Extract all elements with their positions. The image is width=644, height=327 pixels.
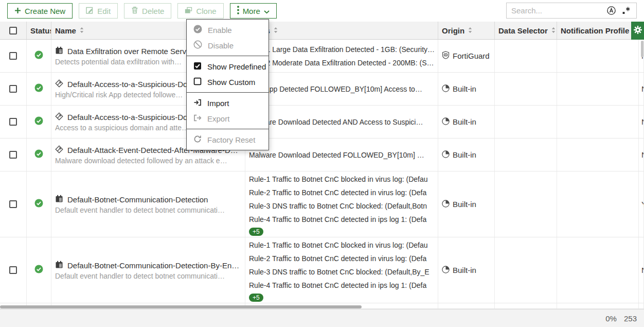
more-button[interactable]: More [230, 3, 277, 19]
rule-text: Rule-4 Traffic to Botnet CnC detected in… [249, 213, 438, 226]
data-selector-cell [495, 73, 557, 105]
built-in-pie-icon [442, 84, 450, 94]
data-selector-cell [495, 171, 557, 237]
row-checkbox[interactable] [9, 52, 17, 60]
notification-profile-cell [557, 40, 639, 72]
more-label: More [243, 7, 260, 15]
rule-text: Rule-1 Large Data Exfiltration Detected … [249, 43, 438, 56]
column-header-status[interactable]: Status [27, 22, 51, 39]
more-dropdown-menu: Enable Disable Show Predefined Show Cust… [186, 19, 269, 150]
kebab-dots-icon [237, 6, 239, 16]
table-body: Data Exfiltration over Remote Service… D… [0, 40, 644, 309]
row-checkbox[interactable] [9, 85, 17, 93]
clone-icon [185, 7, 192, 15]
notification-profile-cell [557, 106, 639, 138]
rule-text: Rule-3 DNS traffic to Botnet CnC blocked… [249, 265, 438, 279]
menu-item-import[interactable]: Import [187, 95, 269, 111]
table-row[interactable]: Default-Botnet-Communication-Detection D… [0, 171, 644, 237]
toolbar-button-group: Create New Edit Delete Clone More [7, 3, 277, 19]
handler-name: Data Exfiltration over Remote Service… [67, 47, 204, 56]
edit-label: Edit [97, 7, 111, 15]
regex-icon[interactable] [622, 6, 631, 15]
menu-item-show-predefined[interactable]: Show Predefined [187, 59, 269, 74]
table-row[interactable]: Default-Access-to-a-Suspicious-Domain… H… [0, 73, 644, 106]
more-rules-badge: +5 [249, 294, 263, 302]
extra-cell-value: No [641, 84, 644, 93]
menu-item-factory-reset: Factory Reset [187, 132, 269, 147]
handler-description: Default event handler to detect botnet c… [55, 272, 245, 280]
delete-button: Delete [124, 3, 171, 19]
event-handler-icon [55, 261, 63, 270]
menu-item-enable: Enable [187, 22, 269, 38]
rule-text: Rule-2 Traffic to Botnet CnC detected in… [249, 186, 438, 199]
extra-cell-value: No [641, 266, 644, 274]
column-settings-button[interactable] [631, 22, 644, 40]
gear-icon [634, 26, 642, 36]
match-case-icon[interactable] [606, 6, 616, 15]
correlation-handler-icon [55, 112, 63, 122]
plus-icon [14, 7, 21, 15]
row-checkbox[interactable] [9, 200, 17, 208]
row-checkbox[interactable] [9, 151, 17, 159]
notification-profile-cell [557, 237, 639, 303]
built-in-pie-icon [442, 266, 450, 275]
table-header: Status Name Rules Origin Data Selector N… [0, 22, 644, 40]
table-row[interactable]: Default-Attack-Event-Detected-After-Malw… [0, 139, 644, 171]
sort-icon [273, 26, 279, 35]
event-handlers-screen: Create New Edit Delete Clone More [0, 0, 644, 327]
table-row[interactable]: Data Exfiltration over Remote Service… D… [0, 40, 644, 73]
rule-text: Rule-2 Moderate Data Exfiltration Detect… [249, 56, 438, 70]
search-box [506, 3, 637, 19]
status-enabled-icon [34, 83, 43, 94]
more-rules-badge: +5 [249, 228, 263, 236]
vertical-scrollbar-thumb[interactable] [641, 41, 643, 57]
notification-profile-cell [557, 139, 639, 171]
column-header-rules[interactable]: Rules [245, 22, 438, 39]
menu-section-reset: Factory Reset [187, 129, 269, 150]
origin-label: Built-in [453, 117, 476, 126]
create-new-button[interactable]: Create New [7, 3, 73, 19]
trash-icon [131, 6, 138, 15]
edit-button: Edit [79, 3, 118, 19]
select-all-checkbox[interactable] [9, 27, 17, 35]
origin-label: FortiGuard [453, 51, 490, 60]
menu-section-transfer: Import Export [187, 92, 269, 129]
column-header-data-selector[interactable]: Data Selector [495, 22, 557, 39]
rule-text: Rule-2 Traffic to Botnet CnC detected in… [249, 252, 438, 265]
chevron-down-icon [264, 7, 270, 15]
data-selector-cell [495, 139, 557, 171]
clone-button: Clone [177, 3, 223, 19]
sort-icon [550, 26, 557, 35]
data-selector-cell [495, 237, 557, 303]
notification-profile-cell [557, 73, 639, 105]
origin-label: Built-in [453, 200, 476, 209]
origin-label: Built-in [453, 266, 476, 274]
row-checkbox[interactable] [9, 118, 17, 126]
status-enabled-icon [34, 50, 43, 61]
sort-icon [79, 26, 85, 35]
menu-item-disable: Disable [187, 38, 269, 53]
rule-text: Malware Download Detected FOLLOWED_BY[10… [249, 148, 438, 162]
origin-label: Built-in [453, 84, 476, 93]
handler-description: Malware download detected followed by an… [55, 157, 245, 165]
rule-text: Risk App Detected FOLLOWED_BY[10m] Acces… [249, 82, 438, 96]
search-input[interactable] [507, 6, 606, 15]
delete-label: Delete [142, 7, 164, 15]
status-enabled-icon [34, 199, 43, 210]
horizontal-scrollbar-thumb[interactable] [0, 305, 362, 308]
table-row[interactable]: Default-Botnet-Communication-Detection-B… [0, 237, 644, 303]
table-row[interactable]: Default-Access-to-a-Suspicious-Domain… A… [0, 106, 644, 139]
status-enabled-icon [34, 116, 43, 127]
column-header-origin[interactable]: Origin [438, 22, 495, 39]
row-checkbox[interactable] [9, 266, 17, 274]
menu-item-show-custom[interactable]: Show Custom [187, 74, 269, 90]
column-header-notification-profile[interactable]: Notification Profile [557, 22, 639, 39]
create-new-label: Create New [25, 7, 65, 15]
checkbox-checked-icon [193, 62, 202, 72]
correlation-handler-icon [55, 79, 63, 89]
extra-cell-value: No [641, 150, 644, 159]
status-enabled-icon [34, 149, 43, 160]
clone-label: Clone [196, 7, 216, 15]
menu-section-state: Enable Disable [187, 20, 269, 56]
handler-name: Default-Botnet-Communication-Detection-B… [67, 261, 239, 270]
